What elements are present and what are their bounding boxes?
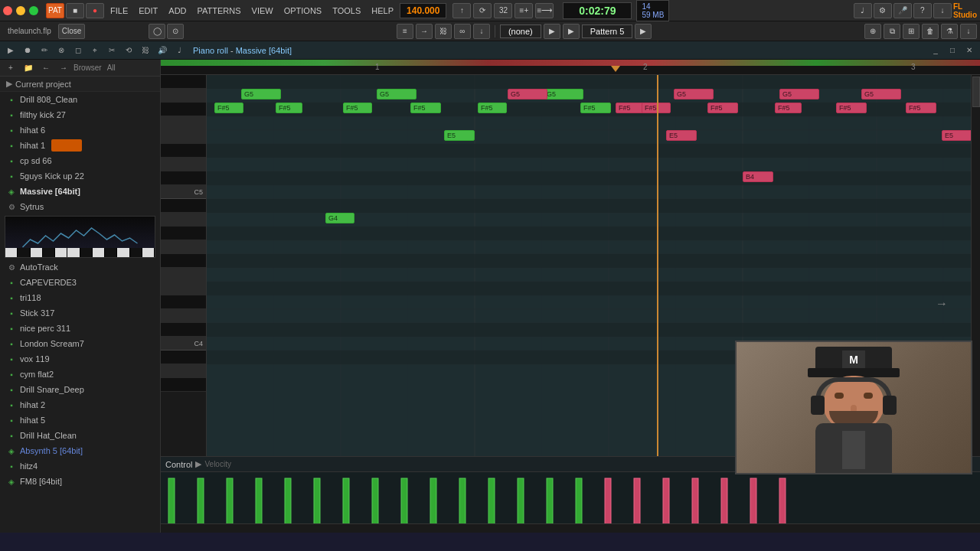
menu-help[interactable]: HELP [367, 5, 398, 17]
arrow-button2[interactable]: ▶ [635, 24, 652, 39]
pr-select-button[interactable]: ◻ [70, 44, 86, 57]
sidebar-item-filthykick[interactable]: ▪ filthy kick 27 [0, 107, 160, 122]
down-btn[interactable]: ↓ [960, 24, 977, 39]
pr-back-button[interactable]: ▶ [3, 44, 18, 57]
piano-key-a5[interactable] [161, 75, 206, 89]
note-fs5-2[interactable]: F#5 [276, 103, 302, 113]
piano-key-ds4[interactable] [161, 295, 206, 309]
delete-button[interactable]: 🗑 [922, 24, 939, 39]
sidebar-item-vox119[interactable]: ▪ vox 119 [0, 351, 160, 367]
menu-tools[interactable]: TOOLS [328, 5, 365, 17]
menu-view[interactable]: VIEW [247, 5, 278, 17]
piano-key-e5[interactable] [161, 130, 206, 144]
sidebar-item-niceperc[interactable]: ▪ nice perc 311 [0, 321, 160, 336]
note-fs5-pink-2[interactable]: F#5 [642, 103, 671, 113]
pr-close-button[interactable]: ✕ [962, 44, 977, 57]
section-current-project[interactable]: ▶ Current project [0, 77, 160, 92]
pr-pencil-button[interactable]: ✏ [37, 44, 52, 57]
note-fs5-pink-5[interactable]: F#5 [836, 103, 867, 113]
metronome-button[interactable]: ♩ [854, 3, 872, 18]
piano-key-g5[interactable] [161, 89, 206, 103]
mixer-button[interactable]: 32 [494, 3, 512, 18]
piano-key-d4[interactable] [161, 309, 206, 323]
stop-button[interactable]: ■ [66, 3, 84, 18]
control-bars[interactable] [161, 472, 980, 523]
close-button[interactable]: Close [58, 24, 86, 39]
dot-circle-button[interactable]: ⊙ [167, 24, 184, 39]
record-pattern-button[interactable]: ⊕ [864, 24, 881, 39]
pattern-display[interactable]: Pattern 5 [582, 24, 633, 38]
arrow-right-button[interactable]: → [416, 24, 433, 39]
note-fs5-pink-3[interactable]: F#5 [707, 103, 738, 113]
note-g5-1[interactable]: G5 [241, 89, 281, 99]
note-g5-pink-3[interactable]: G5 [779, 89, 819, 99]
pr-zoom-button[interactable]: ⌖ [87, 44, 103, 57]
menu-edit[interactable]: EDIT [134, 5, 162, 17]
piano-key-gs4[interactable] [161, 227, 206, 240]
pr-erase-button[interactable]: ⊗ [54, 44, 69, 57]
none-display[interactable]: (none) [500, 24, 541, 38]
pr-minimize-button[interactable]: _ [928, 44, 943, 57]
mic-button[interactable]: 🎤 [893, 3, 912, 18]
piano-key-cs5[interactable] [161, 171, 206, 185]
note-e5-pink-2[interactable]: E5 [942, 130, 971, 141]
menu-options[interactable]: OPTIONS [279, 5, 327, 17]
menu-add[interactable]: ADD [164, 5, 191, 17]
note-g5-pink-2[interactable]: G5 [674, 89, 714, 99]
piano-key-f5[interactable] [161, 116, 206, 130]
bpm-display[interactable]: 140.000 [400, 3, 446, 18]
sidebar-item-hitz4[interactable]: ▪ hitz4 [0, 458, 160, 474]
menu-file[interactable]: FILE [106, 5, 132, 17]
piano-key-cs4[interactable] [161, 323, 206, 337]
arrow-none-button[interactable]: ▶ [544, 24, 560, 39]
sidebar-item-tri118[interactable]: ▪ tri118 [0, 290, 160, 305]
piano-key-fs4[interactable] [161, 254, 206, 268]
scrollbar-bottom[interactable] [161, 523, 980, 533]
minimize-window-button[interactable] [16, 6, 25, 15]
paste-button[interactable]: ⊞ [903, 24, 920, 39]
piano-key-c5[interactable]: C5 [161, 185, 206, 199]
record-button[interactable]: ● [86, 3, 104, 18]
note-g5-2[interactable]: G5 [377, 89, 416, 99]
sidebar-item-hihat2[interactable]: ▪ hihat 2 [0, 397, 160, 412]
loop-button[interactable]: ⟳ [473, 3, 492, 18]
note-fs5-3[interactable]: F#5 [343, 103, 372, 113]
piano-key-a4[interactable] [161, 213, 206, 227]
note-fs5-4[interactable]: F#5 [410, 103, 441, 113]
sidebar-item-capeverde[interactable]: ▪ CAPEVERDE3 [0, 275, 160, 290]
note-fs5-pink-4[interactable]: F#5 [775, 103, 802, 113]
pr-link[interactable]: ⛓ [138, 44, 153, 57]
funnel-button[interactable]: ⚗ [941, 24, 958, 39]
pr-glue[interactable]: 🔊 [155, 44, 170, 57]
sidebar-item-absynth[interactable]: ◈ Absynth 5 [64bit] [0, 443, 160, 458]
expand-button[interactable]: ▶ [563, 24, 580, 39]
sidebar-item-londonscream[interactable]: ▪ London Scream7 [0, 336, 160, 351]
scrollbar-thumb[interactable] [972, 77, 980, 107]
pr-tool3[interactable]: ⟲ [121, 44, 136, 57]
drop-button[interactable]: ↓ [473, 24, 490, 39]
note-fs5-6[interactable]: F#5 [580, 103, 611, 113]
pr-record-button[interactable]: ⏺ [20, 44, 35, 57]
sidebar-item-5guys[interactable]: ▪ 5guys Kick up 22 [0, 168, 160, 184]
note-g5-pink-1[interactable]: G5 [508, 89, 547, 99]
sidebar-item-hihat6[interactable]: ▪ hihat 6 [0, 122, 160, 138]
piano-key-fs5[interactable] [161, 103, 206, 116]
up-arrow-button[interactable]: ↑ [452, 3, 471, 18]
piano-key-e4[interactable] [161, 282, 206, 295]
sidebar-item-autotrack[interactable]: ⚙ AutoTrack [0, 259, 160, 275]
piano-key-d5[interactable] [161, 158, 206, 171]
sidebar-item-sytrus[interactable]: ⚙ Sytrus [0, 199, 160, 214]
piano-key-c4[interactable]: C4 [161, 337, 206, 350]
note-fs5-1[interactable]: F#5 [214, 103, 243, 113]
sidebar-item-hihat5[interactable]: ▪ hihat 5 [0, 412, 160, 428]
sidebar-folder-button[interactable]: 📁 [21, 61, 36, 75]
sidebar-item-cpsd[interactable]: ▪ cp sd 66 [0, 153, 160, 168]
step-button[interactable]: ≡⟶ [535, 3, 554, 18]
note-g5-3[interactable]: G5 [544, 89, 583, 99]
sidebar-item-drill808[interactable]: ▪ Drill 808_Clean [0, 92, 160, 107]
piano-key-g4[interactable] [161, 240, 206, 254]
piano-key-b4[interactable] [161, 199, 206, 213]
join-button[interactable]: ∞ [454, 24, 471, 39]
pat-mode-button[interactable]: PAT [46, 3, 64, 18]
link-button[interactable]: ⛓ [435, 24, 452, 39]
